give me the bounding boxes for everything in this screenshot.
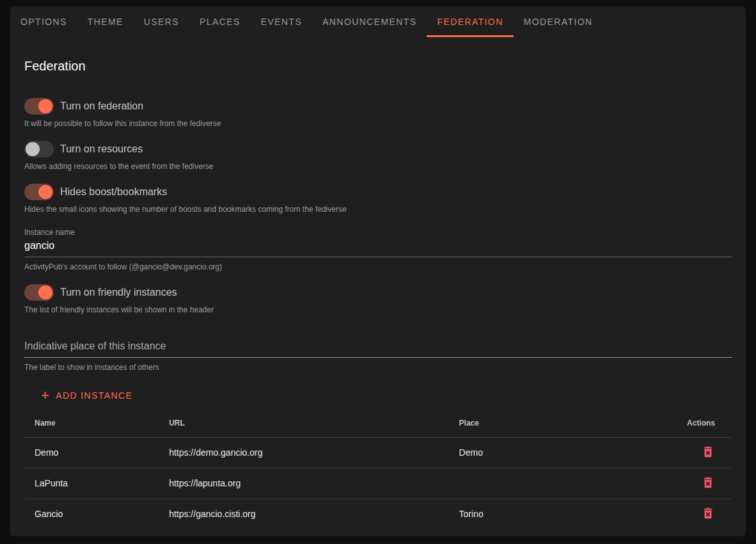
header-url: URL bbox=[159, 409, 448, 437]
instance-name-field: Instance name ActivityPub's account to f… bbox=[24, 228, 732, 271]
delete-forever-icon bbox=[701, 476, 715, 490]
delete-forever-icon bbox=[701, 506, 715, 520]
instance-name-input[interactable] bbox=[24, 237, 732, 257]
resources-toggle-hint: Allows adding resources to the event fro… bbox=[24, 162, 732, 171]
table-row: LaPunta https://lapunta.org bbox=[24, 468, 732, 499]
delete-instance-button[interactable] bbox=[701, 476, 715, 490]
instance-place-hint: The label to show in instances of others bbox=[24, 363, 732, 372]
header-name: Name bbox=[24, 409, 159, 437]
cell-place bbox=[449, 468, 654, 499]
admin-settings-panel: OPTIONS THEME USERS PLACES EVENTS ANNOUN… bbox=[10, 6, 746, 536]
toggle-thumb bbox=[26, 142, 40, 156]
resources-toggle-label: Turn on resources bbox=[60, 143, 143, 155]
tab-announcements[interactable]: ANNOUNCEMENTS bbox=[312, 6, 427, 37]
instance-place-field: The label to show in instances of others bbox=[24, 337, 732, 372]
instance-name-label: Instance name bbox=[24, 228, 732, 237]
boost-toggle-label: Hides boost/bookmarks bbox=[60, 186, 167, 198]
add-instance-label: ADD INSTANCE bbox=[56, 390, 132, 401]
cell-place: Torino bbox=[449, 499, 654, 529]
friendly-instances-toggle-label: Turn on friendly instances bbox=[60, 287, 177, 298]
toggle-thumb bbox=[38, 285, 52, 300]
cell-name: Gancio bbox=[24, 499, 159, 529]
table-header-row: Name URL Place Actions bbox=[24, 409, 732, 437]
table-row: Demo https://demo.gancio.org Demo bbox=[24, 437, 732, 468]
boost-toggle[interactable] bbox=[24, 184, 54, 200]
tab-users[interactable]: USERS bbox=[134, 6, 189, 37]
cell-actions bbox=[654, 468, 732, 499]
delete-instance-button[interactable] bbox=[701, 506, 715, 520]
delete-instance-button[interactable] bbox=[701, 445, 715, 459]
boost-toggle-hint: Hides the small icons showing the number… bbox=[24, 205, 732, 214]
toggle-thumb bbox=[38, 99, 52, 113]
tab-moderation[interactable]: MODERATION bbox=[514, 6, 603, 37]
plus-icon: + bbox=[41, 390, 50, 401]
table-row: Gancio https://gancio.cisti.org Torino bbox=[24, 499, 732, 529]
federation-settings: Federation Turn on federation It will be… bbox=[10, 59, 746, 529]
federation-toggle[interactable] bbox=[24, 98, 54, 115]
instance-place-input[interactable] bbox=[24, 337, 732, 358]
friendly-instances-toggle-row: Turn on friendly instances bbox=[24, 284, 732, 301]
tab-federation[interactable]: FEDERATION bbox=[427, 6, 513, 37]
cell-place: Demo bbox=[449, 437, 654, 468]
tab-places[interactable]: PLACES bbox=[189, 6, 251, 37]
toggle-thumb bbox=[38, 185, 52, 199]
resources-toggle-row: Turn on resources bbox=[24, 141, 732, 157]
cell-url: https://demo.gancio.org bbox=[159, 437, 448, 468]
cell-actions bbox=[654, 499, 732, 529]
cell-name: LaPunta bbox=[24, 468, 159, 499]
friendly-instances-toggle[interactable] bbox=[24, 284, 54, 301]
friendly-instances-toggle-hint: The list of friendly instances will be s… bbox=[24, 305, 732, 314]
page-title: Federation bbox=[24, 59, 732, 74]
tab-options[interactable]: OPTIONS bbox=[10, 6, 77, 37]
federation-toggle-row: Turn on federation bbox=[24, 98, 732, 115]
cell-url: https://lapunta.org bbox=[159, 468, 448, 499]
boost-toggle-row: Hides boost/bookmarks bbox=[24, 184, 732, 200]
header-actions: Actions bbox=[654, 409, 732, 437]
delete-forever-icon bbox=[701, 445, 715, 459]
admin-tab-bar: OPTIONS THEME USERS PLACES EVENTS ANNOUN… bbox=[10, 6, 746, 37]
federation-toggle-label: Turn on federation bbox=[60, 100, 143, 112]
friendly-instances-table: Name URL Place Actions Demo https://demo… bbox=[24, 409, 732, 529]
cell-name: Demo bbox=[24, 437, 159, 468]
add-instance-button[interactable]: + ADD INSTANCE bbox=[37, 387, 136, 404]
resources-toggle[interactable] bbox=[24, 141, 54, 157]
federation-toggle-hint: It will be possible to follow this insta… bbox=[24, 119, 732, 128]
cell-url: https://gancio.cisti.org bbox=[159, 499, 448, 529]
header-place: Place bbox=[449, 409, 654, 437]
tab-theme[interactable]: THEME bbox=[77, 6, 134, 37]
tab-events[interactable]: EVENTS bbox=[251, 6, 312, 37]
cell-actions bbox=[654, 437, 732, 468]
instance-name-hint: ActivityPub's account to follow (@gancio… bbox=[24, 262, 732, 271]
